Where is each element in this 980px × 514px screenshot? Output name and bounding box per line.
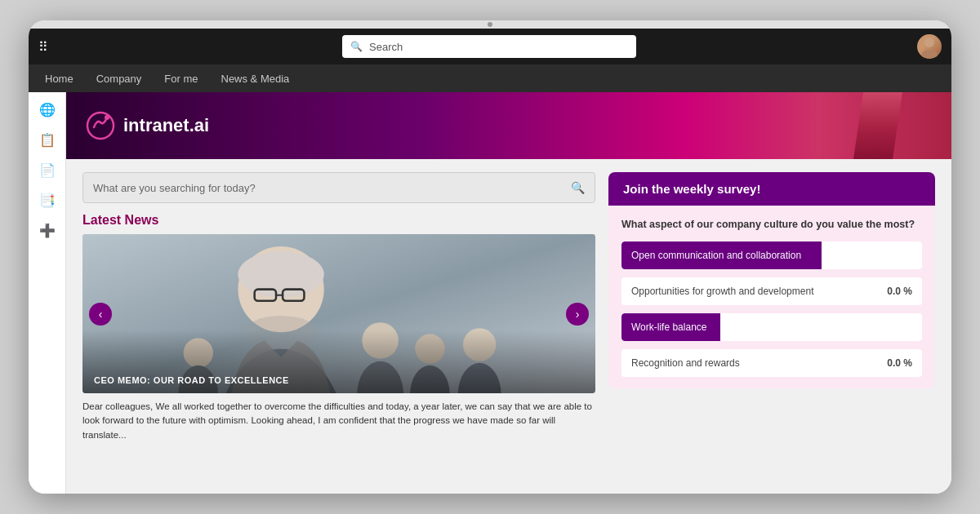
device-camera-dot — [488, 22, 492, 27]
survey-option-label-3: Recognition and rewards — [621, 357, 750, 369]
sidebar-layers-icon[interactable]: 📑 — [39, 193, 56, 208]
survey-title: Join the weekly survey! — [623, 182, 920, 196]
sidebar-add-icon[interactable]: ➕ — [39, 223, 56, 238]
page-search-placeholder: What are you searching for today? — [93, 182, 256, 194]
news-image: ‹ › CEO MEMO: OUR ROAD TO EXCELLENCE — [82, 234, 595, 393]
search-placeholder-text: Search — [369, 41, 403, 53]
svg-point-3 — [105, 115, 109, 120]
latest-news-section: Latest News — [82, 213, 595, 442]
left-sidebar: 🌐 📋 📄 📑 ➕ — [29, 92, 66, 494]
news-next-button[interactable]: › — [566, 303, 589, 326]
survey-option-pct-0: 66.7 % — [882, 250, 912, 261]
nav-for-me[interactable]: For me — [164, 73, 198, 85]
sidebar-clipboard-icon[interactable]: 📋 — [39, 132, 56, 148]
survey-card: Join the weekly survey! What aspect of o… — [608, 172, 935, 388]
survey-option-2[interactable]: Work-life balance33.3 % — [621, 313, 922, 341]
brand-icon — [86, 111, 115, 140]
nav-news-media[interactable]: News & Media — [221, 73, 290, 85]
search-icon: 🔍 — [350, 41, 363, 52]
survey-option-label-0: Open communication and collaboration — [621, 250, 811, 261]
survey-option-0[interactable]: Open communication and collaboration66.7… — [621, 241, 922, 269]
nav-menu: Home Company For me News & Media — [29, 64, 951, 92]
sidebar-document-icon[interactable]: 📄 — [39, 162, 56, 178]
brand-name-text: intranet.ai — [123, 115, 209, 136]
avatar-face — [917, 34, 942, 59]
nav-home[interactable]: Home — [45, 73, 74, 85]
global-search-bar[interactable]: 🔍 Search — [342, 35, 636, 58]
survey-option-label-2: Work-life balance — [621, 321, 716, 333]
news-card: ‹ › CEO MEMO: OUR ROAD TO EXCELLENCE — [82, 234, 595, 393]
survey-header: Join the weekly survey! — [608, 172, 935, 206]
content-area: intranet.ai What are you searching for t… — [66, 92, 951, 494]
latest-news-title: Latest News — [82, 213, 595, 228]
survey-option-pct-3: 0.0 % — [887, 357, 912, 369]
device-top-bar — [29, 20, 951, 29]
grid-icon[interactable]: ⠿ — [38, 39, 48, 55]
news-summary: Dear colleagues, We all worked together … — [82, 400, 595, 442]
page-search-icon: 🔍 — [571, 181, 585, 194]
svg-rect-20 — [82, 234, 595, 393]
survey-option-pct-2: 33.3 % — [882, 321, 912, 333]
sidebar-globe-icon[interactable]: 🌐 — [39, 102, 56, 117]
left-column: What are you searching for today? 🔍 Late… — [82, 172, 595, 481]
page-search-box[interactable]: What are you searching for today? 🔍 — [82, 172, 595, 203]
survey-option-3[interactable]: Recognition and rewards0.0 % — [621, 349, 922, 377]
news-prev-button[interactable]: ‹ — [89, 303, 112, 326]
svg-point-2 — [87, 113, 114, 139]
top-bar: ⠿ 🔍 Search — [29, 29, 951, 64]
device-frame: ⠿ 🔍 Search Home Company For me News & Me… — [29, 20, 951, 494]
main-layout: 🌐 📋 📄 📑 ➕ intranet.ai — [29, 92, 951, 494]
svg-point-1 — [921, 50, 938, 59]
search-bar-container: 🔍 Search — [61, 35, 917, 58]
avatar[interactable] — [917, 34, 942, 59]
nav-company[interactable]: Company — [96, 73, 142, 85]
survey-body: What aspect of our company culture do yo… — [608, 206, 935, 388]
svg-point-0 — [924, 38, 934, 47]
scrollable-content: What are you searching for today? 🔍 Late… — [66, 159, 951, 494]
right-column: Join the weekly survey! What aspect of o… — [608, 172, 935, 481]
survey-option-label-1: Opportunities for growth and development — [621, 286, 823, 297]
brand-logo: intranet.ai — [86, 111, 209, 140]
survey-option-1[interactable]: Opportunities for growth and development… — [621, 277, 922, 305]
news-caption: CEO MEMO: OUR ROAD TO EXCELLENCE — [94, 375, 289, 385]
survey-option-pct-1: 0.0 % — [887, 286, 912, 297]
survey-question: What aspect of our company culture do yo… — [621, 219, 922, 230]
brand-banner: intranet.ai — [66, 92, 951, 159]
